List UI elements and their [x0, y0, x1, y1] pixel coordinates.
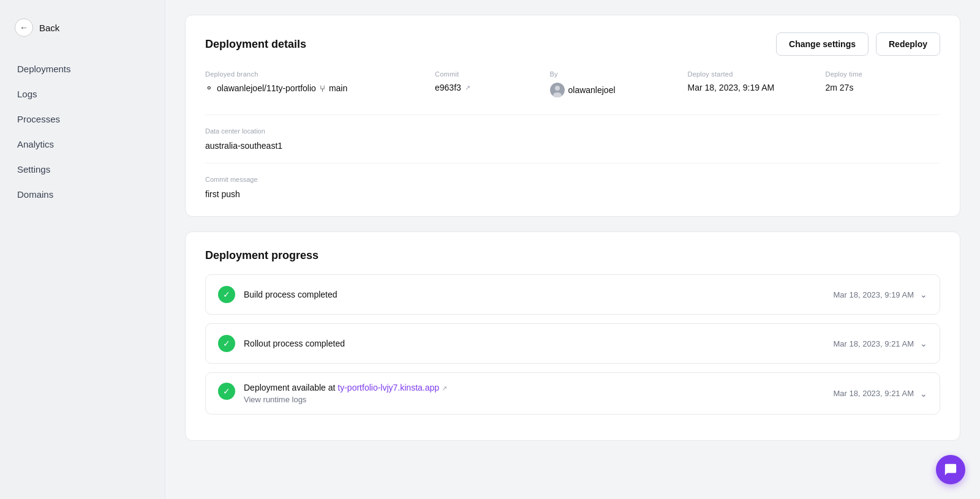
deploy-started-value: Mar 18, 2023, 9:19 AM — [688, 83, 826, 92]
details-grid: Deployed branch ⚬ olawanlejoel/11ty-port… — [205, 70, 940, 97]
build-timestamp: Mar 18, 2023, 9:19 AM — [833, 290, 914, 299]
github-icon: ⚬ — [205, 83, 213, 94]
detail-col-branch: Deployed branch ⚬ olawanlejoel/11ty-port… — [205, 70, 435, 97]
avatar — [550, 83, 565, 97]
available-label: Deployment available at ty-portfolio-lvj… — [244, 383, 447, 392]
available-timestamp: Mar 18, 2023, 9:21 AM — [833, 389, 914, 398]
data-center-label: Data center location — [205, 127, 940, 135]
progress-right-rollout: Mar 18, 2023, 9:21 AM ⌄ — [833, 339, 927, 348]
commit-message-section: Commit message first push — [205, 176, 940, 199]
sidebar-item-domains[interactable]: Domains — [0, 182, 165, 207]
data-center-value: australia-southeast1 — [205, 141, 940, 151]
card-header: Deployment details Change settings Redep… — [205, 32, 940, 56]
redeploy-button[interactable]: Redeploy — [876, 32, 940, 56]
external-link-icon: ↗ — [465, 84, 470, 92]
back-label: Back — [39, 23, 59, 33]
sidebar-item-deployments[interactable]: Deployments — [0, 56, 165, 81]
back-arrow-icon: ← — [15, 18, 33, 37]
chevron-down-icon-rollout: ⌄ — [920, 339, 927, 348]
branch-icon: ⑂ — [320, 83, 325, 94]
repo-name: olawanlejoel/11ty-portfolio — [217, 83, 316, 93]
commit-message-label: Commit message — [205, 176, 940, 183]
card-actions: Change settings Redeploy — [776, 32, 940, 56]
runtime-logs-link[interactable]: View runtime logs — [244, 395, 447, 404]
commit-label: Commit — [435, 70, 550, 78]
chevron-down-icon-available: ⌄ — [920, 389, 927, 399]
external-link-icon-2: ↗ — [442, 385, 447, 392]
by-value: olawanlejoel — [550, 83, 688, 97]
progress-right-available: Mar 18, 2023, 9:21 AM ⌄ — [833, 389, 927, 399]
chevron-down-icon-build: ⌄ — [920, 290, 927, 299]
deployment-progress-title: Deployment progress — [205, 249, 318, 262]
progress-item-build[interactable]: ✓ Build process completed Mar 18, 2023, … — [205, 274, 940, 315]
build-label: Build process completed — [244, 290, 337, 299]
deployment-details-title: Deployment details — [205, 38, 306, 51]
deployed-branch-label: Deployed branch — [205, 70, 435, 78]
progress-card-header: Deployment progress — [205, 249, 940, 262]
sidebar-nav: Deployments Logs Processes Analytics Set… — [0, 51, 165, 212]
by-label: By — [550, 70, 688, 78]
rollout-timestamp: Mar 18, 2023, 9:21 AM — [833, 339, 914, 348]
progress-right-build: Mar 18, 2023, 9:19 AM ⌄ — [833, 290, 927, 299]
branch-name: main — [329, 83, 347, 93]
check-icon-build: ✓ — [218, 286, 235, 303]
deploy-time-value: 2m 27s — [826, 83, 941, 92]
detail-col-commit: Commit e963f3 ↗ — [435, 70, 550, 97]
progress-left-available: ✓ Deployment available at ty-portfolio-l… — [218, 383, 447, 404]
check-icon-rollout: ✓ — [218, 335, 235, 352]
sidebar-item-settings[interactable]: Settings — [0, 157, 165, 182]
rollout-label: Rollout process completed — [244, 339, 345, 348]
main-content: Deployment details Change settings Redep… — [165, 0, 980, 499]
divider-2 — [205, 163, 940, 163]
back-button[interactable]: ← Back — [0, 12, 165, 51]
divider — [205, 114, 940, 115]
svg-point-1 — [555, 86, 560, 91]
sidebar-item-processes[interactable]: Processes — [0, 107, 165, 132]
detail-col-by: By olawanlejoel — [550, 70, 688, 97]
sidebar-item-logs[interactable]: Logs — [0, 81, 165, 107]
user-name: olawanlejoel — [568, 85, 616, 95]
progress-label-stack: Deployment available at ty-portfolio-lvj… — [244, 383, 447, 404]
detail-col-deploy-time: Deploy time 2m 27s — [826, 70, 941, 97]
progress-left-rollout: ✓ Rollout process completed — [218, 335, 345, 352]
progress-item-rollout[interactable]: ✓ Rollout process completed Mar 18, 2023… — [205, 323, 940, 364]
data-center-section: Data center location australia-southeast… — [205, 127, 940, 151]
detail-col-deploy-started: Deploy started Mar 18, 2023, 9:19 AM — [688, 70, 826, 97]
deploy-started-label: Deploy started — [688, 70, 826, 78]
sidebar: ← Back Deployments Logs Processes Analyt… — [0, 0, 165, 499]
commit-message-value: first push — [205, 189, 940, 199]
deploy-time-label: Deploy time — [826, 70, 941, 78]
deployment-link[interactable]: ty-portfolio-lvjy7.kinsta.app — [337, 383, 439, 392]
progress-item-available[interactable]: ✓ Deployment available at ty-portfolio-l… — [205, 372, 940, 415]
commit-hash-link[interactable]: e963f3 — [435, 83, 461, 92]
commit-value: e963f3 ↗ — [435, 83, 550, 92]
deployment-details-card: Deployment details Change settings Redep… — [185, 15, 960, 217]
sidebar-item-analytics[interactable]: Analytics — [0, 132, 165, 157]
change-settings-button[interactable]: Change settings — [776, 32, 869, 56]
progress-left-build: ✓ Build process completed — [218, 286, 337, 303]
check-icon-available: ✓ — [218, 383, 235, 400]
deployed-branch-value: ⚬ olawanlejoel/11ty-portfolio ⑂ main — [205, 83, 435, 94]
deployment-progress-card: Deployment progress ✓ Build process comp… — [185, 231, 960, 441]
svg-point-2 — [553, 92, 562, 97]
chat-bubble-button[interactable] — [936, 455, 965, 484]
